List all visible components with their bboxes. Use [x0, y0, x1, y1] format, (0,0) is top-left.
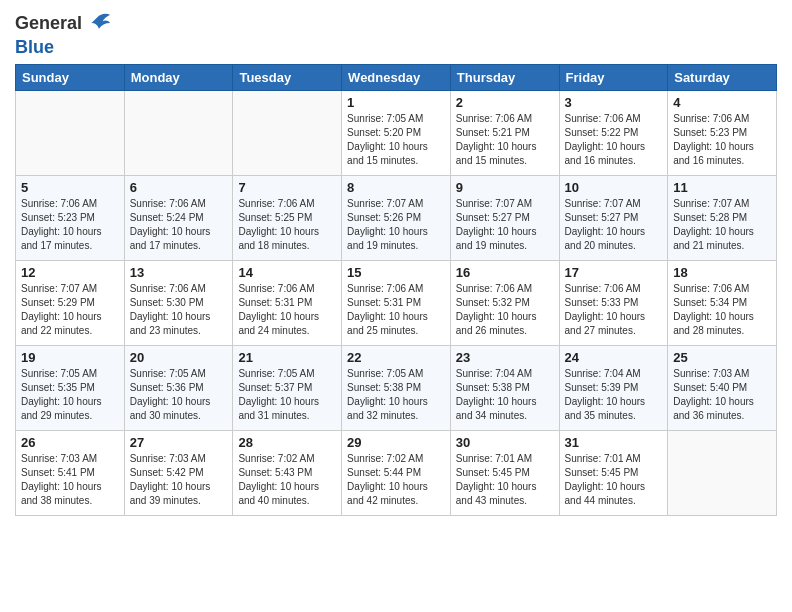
calendar-cell: 13Sunrise: 7:06 AM Sunset: 5:30 PM Dayli… — [124, 260, 233, 345]
day-number: 14 — [238, 265, 336, 280]
calendar-cell: 15Sunrise: 7:06 AM Sunset: 5:31 PM Dayli… — [342, 260, 451, 345]
calendar-cell: 8Sunrise: 7:07 AM Sunset: 5:26 PM Daylig… — [342, 175, 451, 260]
day-info: Sunrise: 7:05 AM Sunset: 5:36 PM Dayligh… — [130, 367, 228, 423]
day-info: Sunrise: 7:03 AM Sunset: 5:40 PM Dayligh… — [673, 367, 771, 423]
day-number: 31 — [565, 435, 663, 450]
calendar-cell: 16Sunrise: 7:06 AM Sunset: 5:32 PM Dayli… — [450, 260, 559, 345]
calendar-cell: 7Sunrise: 7:06 AM Sunset: 5:25 PM Daylig… — [233, 175, 342, 260]
weekday-header-wednesday: Wednesday — [342, 64, 451, 90]
weekday-header-tuesday: Tuesday — [233, 64, 342, 90]
calendar-cell: 12Sunrise: 7:07 AM Sunset: 5:29 PM Dayli… — [16, 260, 125, 345]
calendar-cell — [233, 90, 342, 175]
day-info: Sunrise: 7:02 AM Sunset: 5:44 PM Dayligh… — [347, 452, 445, 508]
logo-blue: Blue — [15, 38, 112, 58]
calendar-cell: 10Sunrise: 7:07 AM Sunset: 5:27 PM Dayli… — [559, 175, 668, 260]
day-number: 9 — [456, 180, 554, 195]
weekday-header-row: SundayMondayTuesdayWednesdayThursdayFrid… — [16, 64, 777, 90]
calendar-cell: 14Sunrise: 7:06 AM Sunset: 5:31 PM Dayli… — [233, 260, 342, 345]
day-number: 13 — [130, 265, 228, 280]
day-info: Sunrise: 7:06 AM Sunset: 5:23 PM Dayligh… — [673, 112, 771, 168]
day-number: 5 — [21, 180, 119, 195]
day-info: Sunrise: 7:05 AM Sunset: 5:20 PM Dayligh… — [347, 112, 445, 168]
calendar-week-row: 26Sunrise: 7:03 AM Sunset: 5:41 PM Dayli… — [16, 430, 777, 515]
calendar-cell: 5Sunrise: 7:06 AM Sunset: 5:23 PM Daylig… — [16, 175, 125, 260]
header: General Blue — [15, 10, 777, 58]
weekday-header-monday: Monday — [124, 64, 233, 90]
day-info: Sunrise: 7:06 AM Sunset: 5:32 PM Dayligh… — [456, 282, 554, 338]
day-info: Sunrise: 7:04 AM Sunset: 5:38 PM Dayligh… — [456, 367, 554, 423]
day-number: 27 — [130, 435, 228, 450]
calendar-week-row: 12Sunrise: 7:07 AM Sunset: 5:29 PM Dayli… — [16, 260, 777, 345]
day-info: Sunrise: 7:01 AM Sunset: 5:45 PM Dayligh… — [456, 452, 554, 508]
calendar-cell: 29Sunrise: 7:02 AM Sunset: 5:44 PM Dayli… — [342, 430, 451, 515]
calendar-week-row: 1Sunrise: 7:05 AM Sunset: 5:20 PM Daylig… — [16, 90, 777, 175]
calendar-cell: 17Sunrise: 7:06 AM Sunset: 5:33 PM Dayli… — [559, 260, 668, 345]
day-number: 20 — [130, 350, 228, 365]
calendar-cell: 9Sunrise: 7:07 AM Sunset: 5:27 PM Daylig… — [450, 175, 559, 260]
calendar-cell — [124, 90, 233, 175]
calendar-cell: 18Sunrise: 7:06 AM Sunset: 5:34 PM Dayli… — [668, 260, 777, 345]
calendar-cell: 20Sunrise: 7:05 AM Sunset: 5:36 PM Dayli… — [124, 345, 233, 430]
day-info: Sunrise: 7:05 AM Sunset: 5:35 PM Dayligh… — [21, 367, 119, 423]
day-info: Sunrise: 7:06 AM Sunset: 5:22 PM Dayligh… — [565, 112, 663, 168]
page-container: General Blue SundayMondayTuesdayWednesda… — [0, 0, 792, 526]
day-number: 12 — [21, 265, 119, 280]
day-info: Sunrise: 7:06 AM Sunset: 5:30 PM Dayligh… — [130, 282, 228, 338]
day-info: Sunrise: 7:05 AM Sunset: 5:37 PM Dayligh… — [238, 367, 336, 423]
calendar-cell: 2Sunrise: 7:06 AM Sunset: 5:21 PM Daylig… — [450, 90, 559, 175]
day-number: 25 — [673, 350, 771, 365]
day-number: 26 — [21, 435, 119, 450]
day-info: Sunrise: 7:06 AM Sunset: 5:33 PM Dayligh… — [565, 282, 663, 338]
calendar-cell: 25Sunrise: 7:03 AM Sunset: 5:40 PM Dayli… — [668, 345, 777, 430]
day-number: 28 — [238, 435, 336, 450]
calendar-cell: 31Sunrise: 7:01 AM Sunset: 5:45 PM Dayli… — [559, 430, 668, 515]
day-number: 16 — [456, 265, 554, 280]
day-info: Sunrise: 7:01 AM Sunset: 5:45 PM Dayligh… — [565, 452, 663, 508]
day-number: 11 — [673, 180, 771, 195]
logo-general: General — [15, 14, 82, 34]
calendar-week-row: 19Sunrise: 7:05 AM Sunset: 5:35 PM Dayli… — [16, 345, 777, 430]
calendar-cell: 26Sunrise: 7:03 AM Sunset: 5:41 PM Dayli… — [16, 430, 125, 515]
calendar-cell: 6Sunrise: 7:06 AM Sunset: 5:24 PM Daylig… — [124, 175, 233, 260]
day-info: Sunrise: 7:03 AM Sunset: 5:42 PM Dayligh… — [130, 452, 228, 508]
day-number: 2 — [456, 95, 554, 110]
day-info: Sunrise: 7:06 AM Sunset: 5:23 PM Dayligh… — [21, 197, 119, 253]
weekday-header-friday: Friday — [559, 64, 668, 90]
day-info: Sunrise: 7:02 AM Sunset: 5:43 PM Dayligh… — [238, 452, 336, 508]
day-info: Sunrise: 7:07 AM Sunset: 5:28 PM Dayligh… — [673, 197, 771, 253]
day-number: 24 — [565, 350, 663, 365]
day-number: 17 — [565, 265, 663, 280]
day-number: 1 — [347, 95, 445, 110]
day-number: 6 — [130, 180, 228, 195]
day-number: 21 — [238, 350, 336, 365]
calendar-cell: 22Sunrise: 7:05 AM Sunset: 5:38 PM Dayli… — [342, 345, 451, 430]
day-info: Sunrise: 7:07 AM Sunset: 5:26 PM Dayligh… — [347, 197, 445, 253]
weekday-header-sunday: Sunday — [16, 64, 125, 90]
calendar-cell: 4Sunrise: 7:06 AM Sunset: 5:23 PM Daylig… — [668, 90, 777, 175]
calendar-table: SundayMondayTuesdayWednesdayThursdayFrid… — [15, 64, 777, 516]
day-number: 3 — [565, 95, 663, 110]
day-number: 15 — [347, 265, 445, 280]
calendar-cell: 19Sunrise: 7:05 AM Sunset: 5:35 PM Dayli… — [16, 345, 125, 430]
day-info: Sunrise: 7:04 AM Sunset: 5:39 PM Dayligh… — [565, 367, 663, 423]
day-info: Sunrise: 7:06 AM Sunset: 5:31 PM Dayligh… — [238, 282, 336, 338]
day-number: 10 — [565, 180, 663, 195]
day-number: 30 — [456, 435, 554, 450]
calendar-cell: 27Sunrise: 7:03 AM Sunset: 5:42 PM Dayli… — [124, 430, 233, 515]
calendar-cell: 28Sunrise: 7:02 AM Sunset: 5:43 PM Dayli… — [233, 430, 342, 515]
day-info: Sunrise: 7:06 AM Sunset: 5:21 PM Dayligh… — [456, 112, 554, 168]
day-info: Sunrise: 7:03 AM Sunset: 5:41 PM Dayligh… — [21, 452, 119, 508]
day-info: Sunrise: 7:05 AM Sunset: 5:38 PM Dayligh… — [347, 367, 445, 423]
calendar-cell: 3Sunrise: 7:06 AM Sunset: 5:22 PM Daylig… — [559, 90, 668, 175]
day-info: Sunrise: 7:06 AM Sunset: 5:34 PM Dayligh… — [673, 282, 771, 338]
day-number: 23 — [456, 350, 554, 365]
day-info: Sunrise: 7:07 AM Sunset: 5:27 PM Dayligh… — [565, 197, 663, 253]
calendar-cell: 30Sunrise: 7:01 AM Sunset: 5:45 PM Dayli… — [450, 430, 559, 515]
calendar-cell: 1Sunrise: 7:05 AM Sunset: 5:20 PM Daylig… — [342, 90, 451, 175]
weekday-header-saturday: Saturday — [668, 64, 777, 90]
day-info: Sunrise: 7:06 AM Sunset: 5:31 PM Dayligh… — [347, 282, 445, 338]
day-number: 4 — [673, 95, 771, 110]
calendar-cell — [16, 90, 125, 175]
day-info: Sunrise: 7:07 AM Sunset: 5:27 PM Dayligh… — [456, 197, 554, 253]
weekday-header-thursday: Thursday — [450, 64, 559, 90]
